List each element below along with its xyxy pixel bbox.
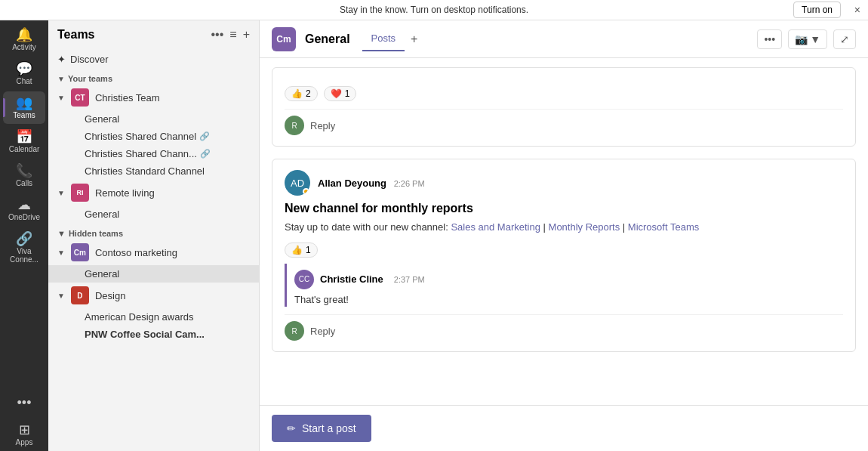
team-row-christies[interactable]: ▼ CT Christies Team [48, 85, 259, 110]
shared-icon-2: 🔗 [200, 149, 211, 159]
team-row-remote[interactable]: ▼ RI Remote living [48, 180, 259, 205]
online-indicator [303, 188, 309, 195]
christies-chevron: ▼ [57, 94, 65, 102]
thumbsup-count-1: 2 [306, 88, 311, 99]
hidden-teams-chevron: ▼ [57, 229, 66, 238]
message-header-2: AD Allan Deyoung 2:26 PM [285, 170, 843, 196]
team-row-design[interactable]: ▼ D Design [48, 283, 259, 308]
design-name: Design [95, 290, 125, 301]
sidebar-list-icon[interactable]: ≡ [229, 28, 236, 42]
activity-icon: 🔔 [16, 28, 32, 42]
rail-item-chat[interactable]: 💬 Chat [3, 57, 45, 90]
heart-count-1: 1 [345, 88, 350, 99]
activity-label: Activity [12, 43, 36, 51]
msg-meta-2: Allan Deyoung 2:26 PM [318, 178, 425, 189]
rail-item-teams[interactable]: 👥 Teams [3, 91, 45, 124]
hidden-teams-section[interactable]: ▼ Hidden teams [48, 223, 259, 239]
team-row-contoso[interactable]: ▼ Cm Contoso marketing [48, 239, 259, 265]
contoso-avatar: Cm [71, 243, 89, 261]
christies-avatar: CT [71, 88, 89, 107]
more-icon: ••• [17, 396, 32, 409]
sidebar-header-icons: ••• ≡ + [211, 28, 251, 42]
link-sales[interactable]: Sales and Marketing [451, 221, 540, 233]
teams-sidebar: Teams ••• ≡ + ✦ Discover ▼ Your teams ▼ … [48, 20, 260, 451]
channel-header: Cm General Posts + ••• 📷 ▼ ⤢ [260, 20, 868, 58]
hidden-teams-label: Hidden teams [69, 229, 123, 238]
rail-item-calls[interactable]: 📞 Calls [3, 159, 45, 192]
more-options-button[interactable]: ••• [757, 29, 782, 49]
chat-label: Chat [16, 77, 32, 85]
start-post-label: Start a post [302, 422, 356, 434]
discover-icon: ✦ [57, 54, 66, 65]
sidebar-title: Teams [57, 28, 205, 42]
rail-item-more[interactable]: ••• [3, 391, 45, 414]
channel-christies-shared1[interactable]: Christies Shared Channel 🔗 [48, 128, 259, 145]
channel-name: General [305, 32, 350, 46]
thumbsup-emoji-1: 👍 [291, 88, 303, 99]
left-rail: 🔔 Activity 💬 Chat 👥 Teams 📅 Calendar 📞 C… [0, 20, 48, 451]
onedrive-icon: ☁ [17, 198, 31, 212]
contoso-name: Contoso marketing [95, 247, 177, 258]
messages-area: 👍 2 ❤️ 1 R Reply [260, 58, 868, 405]
your-teams-label: Your teams [68, 74, 112, 83]
main-content: Cm General Posts + ••• 📷 ▼ ⤢ [260, 20, 868, 451]
rail-item-apps[interactable]: ⊞ Apps [3, 419, 45, 451]
apps-icon: ⊞ [19, 423, 30, 437]
apps-label: Apps [16, 438, 33, 446]
channel-american-design[interactable]: American Design awards [48, 308, 259, 326]
thread-reply-avatar-1: CC [294, 270, 314, 289]
thread-reply-time-1: 2:37 PM [394, 275, 425, 284]
expand-button[interactable]: ⤢ [833, 29, 856, 49]
teams-label: Teams [13, 111, 35, 119]
channel-christies-standard[interactable]: Christies Standard Channel [48, 162, 259, 180]
turn-on-button[interactable]: Turn on [793, 2, 841, 18]
msg-body-prefix: Stay up to date with our new channel: [285, 221, 451, 233]
reaction-thumbsup-2[interactable]: 👍 1 [285, 242, 318, 258]
channel-avatar: Cm [272, 27, 296, 51]
sidebar-add-icon[interactable]: + [243, 28, 250, 42]
channel-tabs: Posts + [362, 26, 424, 51]
channel-contoso-general[interactable]: General [48, 265, 259, 283]
channel-christies-shared2[interactable]: Christies Shared Chann... 🔗 [48, 145, 259, 162]
reactions-row-1: 👍 2 ❤️ 1 [285, 86, 843, 101]
remote-name: Remote living [95, 187, 155, 199]
tab-posts[interactable]: Posts [362, 26, 405, 51]
notification-bar: Stay in the know. Turn on desktop notifi… [0, 0, 868, 20]
reaction-thumbsup-1[interactable]: 👍 2 [285, 86, 318, 101]
msg-avatar-allan: AD [285, 170, 310, 196]
reactions-row-2: 👍 1 [285, 242, 843, 258]
reply-link-1[interactable]: Reply [310, 120, 335, 131]
start-post-button[interactable]: ✏ Start a post [272, 415, 371, 442]
remote-chevron: ▼ [57, 189, 65, 197]
thumbsup-count-2: 1 [306, 245, 311, 255]
header-right: ••• 📷 ▼ ⤢ [757, 29, 856, 49]
link-msteams[interactable]: Microsoft Teams [628, 221, 699, 233]
channel-christies-general[interactable]: General [48, 110, 259, 128]
add-tab-button[interactable]: + [405, 29, 423, 49]
reply-link-2[interactable]: Reply [310, 326, 335, 337]
msg-sender-2: Allan Deyoung [318, 178, 386, 189]
channel-remote-general[interactable]: General [48, 205, 259, 223]
rail-item-viva[interactable]: 🔗 Viva Conne... [3, 227, 45, 268]
your-teams-section[interactable]: ▼ Your teams [48, 70, 259, 85]
reaction-heart-1[interactable]: ❤️ 1 [324, 86, 357, 101]
rail-item-calendar[interactable]: 📅 Calendar [3, 125, 45, 158]
msg-title-2: New channel for monthly reports [285, 202, 843, 215]
thread-reply-1: CC Christie Cline 2:37 PM That's great! [285, 264, 843, 307]
video-chevron: ▼ [810, 33, 820, 45]
chat-icon: 💬 [16, 62, 32, 76]
message-card-2: AD Allan Deyoung 2:26 PM New channel for… [272, 159, 856, 352]
contoso-chevron: ▼ [57, 249, 65, 257]
reply-row-2: R Reply [285, 314, 843, 341]
rail-item-activity[interactable]: 🔔 Activity [3, 23, 45, 56]
link-monthly[interactable]: Monthly Reports [549, 221, 620, 233]
notification-close-button[interactable]: × [854, 4, 860, 16]
rail-item-onedrive[interactable]: ☁ OneDrive [3, 193, 45, 226]
calls-label: Calls [16, 179, 32, 187]
sidebar-discover[interactable]: ✦ Discover [48, 49, 259, 70]
thumbsup-emoji-2: 👍 [291, 245, 303, 255]
sidebar-menu-icon[interactable]: ••• [211, 28, 224, 42]
channel-pnw-coffee[interactable]: PNW Coffee Social Cam... [48, 326, 259, 343]
video-call-button[interactable]: 📷 ▼ [788, 29, 827, 49]
heart-emoji-1: ❤️ [331, 88, 342, 99]
